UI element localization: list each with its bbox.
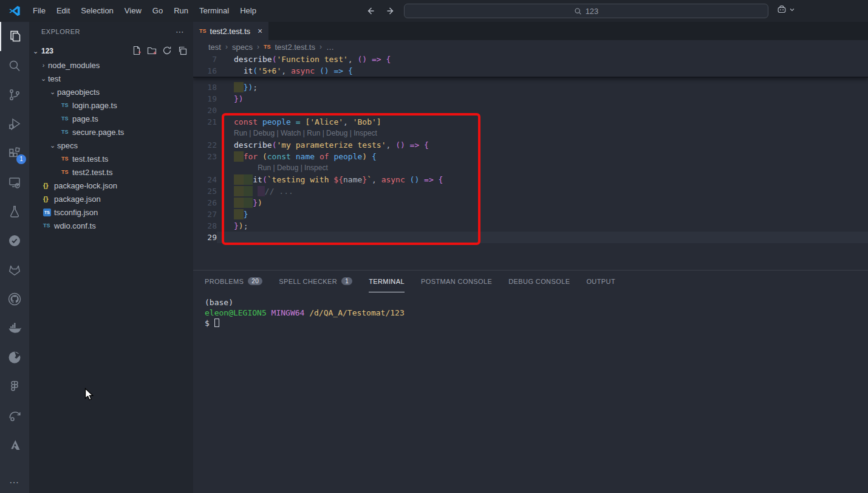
refresh-icon[interactable]	[162, 46, 172, 57]
new-folder-icon[interactable]	[147, 46, 157, 57]
json-file-icon: {}	[43, 182, 54, 189]
coverage-decoration	[244, 174, 253, 185]
tree-item-specs[interactable]: ⌄specs	[29, 139, 193, 152]
tree-item-test2-test-ts[interactable]: TStest2.test.ts	[29, 165, 193, 179]
menu-item-run[interactable]: Run	[168, 0, 194, 22]
docker-activity-item[interactable]	[0, 314, 29, 343]
tree-item-test-test-ts[interactable]: TStest.test.ts	[29, 152, 193, 165]
code-line-content: it('5+6', async () => {	[217, 65, 868, 77]
code-line: 27}	[193, 209, 868, 220]
breadcrumb-separator: ›	[257, 43, 259, 51]
source-control-activity-item[interactable]	[0, 80, 29, 109]
codelens-row: Run | Debug | Inspect	[193, 162, 868, 174]
terminal-output[interactable]: (base)eleon@LEGION5 MINGW64 /d/QA_A/Test…	[193, 292, 868, 328]
more-actions-icon[interactable]: ⋯	[9, 477, 20, 488]
line-number: 7	[193, 53, 217, 65]
menu-bar: FileEditSelectionViewGoRunTerminalHelp	[27, 0, 262, 22]
azure-activity-item[interactable]	[0, 430, 29, 460]
sticky-scroll: 7describe('Function test', () => {16 it(…	[193, 53, 868, 78]
close-icon[interactable]: ×	[258, 26, 262, 36]
tab-test2-test-ts[interactable]: TS test2.test.ts ×	[193, 22, 268, 40]
tab-label: test2.test.ts	[210, 27, 250, 36]
github-activity-item[interactable]	[0, 284, 29, 314]
explorer-section-actions	[132, 46, 187, 57]
files-activity-item[interactable]	[0, 22, 29, 51]
tree-item-page-ts[interactable]: TSpage.ts	[29, 112, 193, 125]
panel-tab-label: OUTPUT	[586, 278, 615, 285]
code-editor[interactable]: 7describe('Function test', () => {16 it(…	[193, 53, 868, 270]
tree-item-tsconfig-json[interactable]: TStsconfig.json	[29, 205, 193, 219]
breadcrumb-item[interactable]: test	[208, 43, 221, 52]
panel-tab-postman-console[interactable]: POSTMAN CONSOLE	[421, 271, 492, 292]
tree-item-package-json[interactable]: {}package.json	[29, 192, 193, 205]
coverage-decoration	[244, 198, 253, 208]
extensions-activity-item[interactable]: 1	[0, 139, 29, 168]
panel-tab-problems[interactable]: PROBLEMS20	[205, 271, 262, 292]
breadcrumb-item[interactable]: test2.test.ts	[275, 43, 315, 52]
breadcrumb-item[interactable]: …	[326, 43, 334, 52]
code-token: '5+6'	[258, 66, 281, 75]
breadcrumb: test›specs›TStest2.test.ts›…	[193, 40, 868, 53]
terminal-token: (base)	[205, 298, 233, 307]
code-token: 'Alice'	[310, 117, 343, 126]
back-icon[interactable]	[366, 6, 376, 16]
explorer-section-header[interactable]: ⌄ 123	[29, 44, 193, 58]
chevron-down-icon: ⌄	[48, 142, 57, 150]
code-token: {	[372, 152, 377, 161]
code-token: it	[253, 175, 262, 184]
copilot-menu[interactable]	[776, 4, 795, 15]
menu-item-file[interactable]: File	[27, 0, 51, 22]
panel-tab-spell-checker[interactable]: SPELL CHECKER1	[279, 271, 352, 292]
line-number: 26	[193, 197, 217, 209]
panel-tab-badge: 20	[248, 277, 262, 285]
panel-tab-debug-console[interactable]: DEBUG CONSOLE	[508, 271, 570, 292]
live-share-activity-item[interactable]	[0, 401, 29, 430]
search-activity-item[interactable]	[0, 51, 29, 80]
tree-item-node-modules[interactable]: ›node_modules	[29, 58, 193, 72]
code-line-content	[217, 105, 868, 116]
breadcrumb-item[interactable]: specs	[232, 43, 253, 52]
tab-strip: TS test2.test.ts ×	[193, 22, 868, 40]
explorer-more-actions[interactable]: ⋯	[176, 27, 185, 36]
code-line-content: describe('my parameterize tests', () => …	[217, 139, 868, 151]
codelens-actions[interactable]: Run | Debug | Watch | Run | Debug | Insp…	[217, 128, 377, 139]
menu-item-terminal[interactable]: Terminal	[194, 0, 234, 22]
run-debug-activity-item[interactable]	[0, 109, 29, 139]
tree-item-test[interactable]: ⌄test	[29, 72, 193, 85]
codelens-actions[interactable]: Run | Debug | Inspect	[241, 162, 328, 174]
remote-explorer-icon	[7, 175, 22, 190]
tree-item-label: tsconfig.json	[54, 208, 98, 217]
line-number: 19	[193, 93, 217, 105]
todo-check-activity-item[interactable]	[0, 226, 29, 255]
code-token: it	[244, 66, 253, 75]
gitlab-activity-item[interactable]	[0, 255, 29, 284]
remote-explorer-activity-item[interactable]	[0, 168, 29, 197]
testing-activity-item[interactable]	[0, 197, 29, 226]
code-token: async	[291, 66, 315, 75]
tree-item-wdio-conf-ts[interactable]: TSwdio.conf.ts	[29, 219, 193, 232]
tree-item-package-lock-json[interactable]: {}package-lock.json	[29, 179, 193, 192]
menu-item-go[interactable]: Go	[147, 0, 168, 22]
menu-item-help[interactable]: Help	[234, 0, 262, 22]
postman-activity-item[interactable]	[0, 343, 29, 372]
coverage-decoration	[234, 198, 244, 208]
code-line: 22describe('my parameterize tests', () =…	[193, 139, 868, 151]
forward-icon[interactable]	[384, 6, 394, 16]
code-token	[234, 66, 244, 75]
tree-item-secure-page-ts[interactable]: TSsecure.page.ts	[29, 125, 193, 139]
new-file-icon[interactable]	[132, 46, 142, 57]
menu-item-edit[interactable]: Edit	[51, 0, 75, 22]
typescript-test-file-icon: TS	[61, 169, 72, 175]
figma-activity-item[interactable]	[0, 372, 29, 401]
menu-item-view[interactable]: View	[119, 0, 147, 22]
command-center-search[interactable]: 123	[404, 4, 768, 18]
code-line-content: for (const name of people) {	[217, 151, 868, 162]
file-tree: ›node_modules⌄test⌄pageobjectsTSlogin.pa…	[29, 58, 193, 232]
panel-tab-output[interactable]: OUTPUT	[586, 271, 615, 292]
menu-item-selection[interactable]: Selection	[75, 0, 118, 22]
panel-tab-terminal[interactable]: TERMINAL	[369, 271, 405, 292]
collapse-all-icon[interactable]	[177, 46, 187, 57]
tree-item-label: login.page.ts	[72, 101, 117, 110]
tree-item-pageobjects[interactable]: ⌄pageobjects	[29, 85, 193, 98]
tree-item-login-page-ts[interactable]: TSlogin.page.ts	[29, 98, 193, 112]
